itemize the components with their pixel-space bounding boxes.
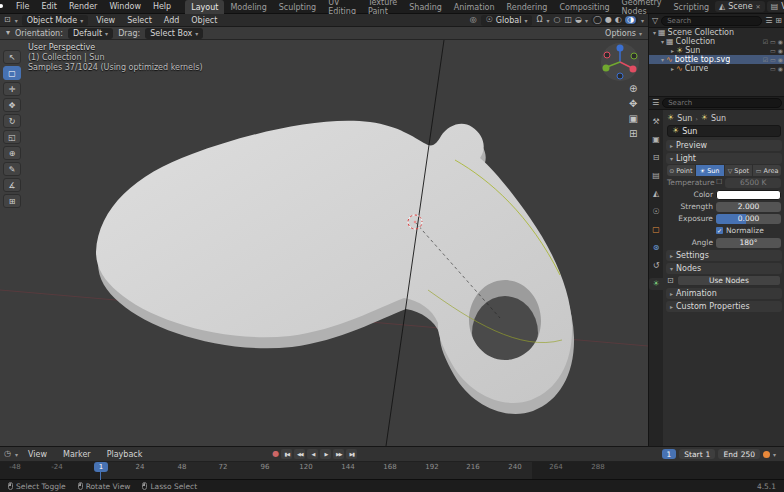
panel-custom-properties[interactable]: ▸ Custom Properties <box>666 301 782 312</box>
scene-selector[interactable]: ◭ Scene ✕ <box>715 1 765 12</box>
workspace-tab-scripting[interactable]: Scripting <box>667 0 715 14</box>
play-button[interactable]: ▶ <box>320 449 331 459</box>
close-icon[interactable]: ✕ <box>756 4 761 10</box>
menu-object[interactable]: Object <box>187 16 221 25</box>
workspace-tab-modeling[interactable]: Modeling <box>224 0 272 14</box>
menu-view[interactable]: View <box>92 16 119 25</box>
tool-rotate-button[interactable]: ↻ <box>3 114 21 128</box>
auto-key-icon[interactable]: ● <box>272 450 279 458</box>
color-swatch[interactable] <box>716 190 781 200</box>
light-type-area[interactable]: ▭ Area <box>753 165 781 176</box>
outliner-row-bottle-top-svg[interactable]: ▾ ∿ bottle top.svg ☑ ▭ ◉ <box>649 55 784 64</box>
rendered-shading-icon[interactable]: ◑ <box>625 16 636 24</box>
editor-type-icon[interactable]: ⊡ <box>4 16 11 24</box>
menu-add[interactable]: Add <box>160 16 184 25</box>
pivot-icon[interactable]: ◎ <box>470 16 477 24</box>
wireframe-shading-icon[interactable]: ◯ <box>593 16 602 24</box>
temperature-checkbox-icon[interactable]: ☐ <box>716 179 722 186</box>
zoom-icon[interactable]: ⊕ <box>629 84 637 94</box>
tool-add-cube-button[interactable]: ⊞ <box>3 194 21 208</box>
panel-preview[interactable]: ▸ Preview <box>666 140 782 151</box>
outliner-row-sun[interactable]: ▸ ☀ Sun ▭ ◉ <box>649 46 784 55</box>
end-frame-field[interactable]: End 250 <box>718 449 760 459</box>
workspace-tab-rendering[interactable]: Rendering <box>501 0 554 14</box>
hide-viewport-icon[interactable]: ▭ <box>770 66 776 72</box>
tool-select-box-button[interactable]: ▢ <box>3 66 21 80</box>
menu-file[interactable]: File <box>10 2 35 11</box>
exclude-checkbox-icon[interactable]: ☑ <box>763 39 768 45</box>
panel-light[interactable]: ▾ Light <box>666 153 782 164</box>
menu-timeline-view[interactable]: View <box>22 450 53 459</box>
proportional-edit-icon[interactable]: ○ <box>554 16 561 24</box>
hide-viewport-icon[interactable]: ▭ <box>770 57 776 63</box>
angle-field[interactable]: 180° <box>716 238 781 248</box>
strength-field[interactable]: 2.000 <box>716 202 781 212</box>
hide-viewport-icon[interactable]: ▭ <box>770 39 776 45</box>
workspace-tab-layout[interactable]: Layout <box>185 0 224 14</box>
panel-animation[interactable]: ▸ Animation <box>666 288 782 299</box>
menu-timeline-playback[interactable]: Playback <box>101 450 149 459</box>
expand-icon[interactable]: ▾ <box>661 57 664 63</box>
exclude-checkbox-icon[interactable]: ☑ <box>763 57 768 63</box>
tab-constraints[interactable]: ⊛ <box>649 242 663 254</box>
outliner-row-curve[interactable]: ▸ ∿ Curve ▭ ◉ <box>649 64 784 73</box>
orientation-default-dropdown[interactable]: Default ▾ <box>68 28 113 39</box>
viewlayer-selector[interactable]: ▤ ViewLayer ✕ <box>767 1 784 12</box>
overlays-icon[interactable]: ◒ <box>575 16 582 24</box>
tab-physics[interactable]: ↺ <box>649 260 663 272</box>
sync-icon[interactable] <box>763 451 770 458</box>
xray-toggle-icon[interactable]: ◫ <box>565 16 573 24</box>
workspace-tab-compositing[interactable]: Compositing <box>553 0 615 14</box>
panel-settings[interactable]: ▸ Settings <box>666 250 782 261</box>
funnel-filter-icon[interactable]: ▽ <box>652 17 658 25</box>
tool-move-button[interactable]: ✥ <box>3 98 21 112</box>
jump-to-start-button[interactable]: ▮◀ <box>281 449 292 459</box>
hide-viewport-icon[interactable]: ▭ <box>770 48 776 54</box>
use-nodes-button[interactable]: Use Nodes <box>677 275 781 286</box>
expand-icon[interactable]: ▸ <box>671 66 674 72</box>
breadcrumb-object[interactable]: Sun <box>677 114 692 123</box>
hide-render-icon[interactable]: ◉ <box>778 57 783 63</box>
menu-window[interactable]: Window <box>103 2 147 11</box>
tab-object-data[interactable]: ☀ <box>649 278 663 290</box>
new-collection-icon[interactable]: ⊞ <box>775 17 782 25</box>
drag-dropdown[interactable]: Select Box ▾ <box>145 28 203 39</box>
menu-timeline-marker[interactable]: Marker <box>57 450 97 459</box>
orientation-dropdown[interactable]: ☉ Global ▾ <box>481 15 533 26</box>
expand-icon[interactable]: ▾ <box>653 30 656 36</box>
mode-dropdown[interactable]: Object Mode ▾ <box>22 15 88 26</box>
workspace-tab-shading[interactable]: Shading <box>403 0 448 14</box>
tab-scene[interactable]: ◭ <box>649 188 663 200</box>
timeline-editor-icon[interactable]: ◷ <box>4 450 11 458</box>
navigation-gizmo[interactable] <box>600 42 640 84</box>
camera-view-icon[interactable]: ▣ <box>629 114 638 124</box>
viewport-3d[interactable]: User Perspective (1) Collection | Sun Sa… <box>0 40 648 446</box>
hide-render-icon[interactable]: ◉ <box>778 39 783 45</box>
start-frame-field[interactable]: Start 1 <box>679 449 715 459</box>
light-type-point[interactable]: ⊙ Point <box>667 165 695 176</box>
normalize-checkbox[interactable]: ✓ <box>716 227 723 234</box>
panel-nodes[interactable]: ▾ Nodes <box>666 263 782 274</box>
outliner-search-input[interactable] <box>661 16 762 26</box>
solid-shading-icon[interactable]: ● <box>605 16 612 24</box>
tool-transform-button[interactable]: ⊕ <box>3 146 21 160</box>
properties-editor-icon[interactable]: ☰ <box>652 99 659 107</box>
breadcrumb-data[interactable]: Sun <box>711 114 726 123</box>
play-reverse-button[interactable]: ◀ <box>307 449 318 459</box>
tab-world[interactable]: ☉ <box>649 206 663 218</box>
menu-help[interactable]: Help <box>147 2 177 11</box>
options-button[interactable]: Options <box>605 29 636 38</box>
properties-search-input[interactable] <box>662 98 782 108</box>
menu-render[interactable]: Render <box>63 2 103 11</box>
tab-view-layer[interactable]: ▤ <box>649 170 663 182</box>
exposure-slider[interactable]: 0.000 <box>716 214 781 224</box>
light-type-sun[interactable]: ☀ Sun <box>696 165 724 176</box>
expand-icon[interactable]: ▸ <box>671 48 674 54</box>
tool-scale-button[interactable]: ◱ <box>3 130 21 144</box>
playhead[interactable]: 1 <box>94 462 108 472</box>
temperature-field[interactable]: 6500 K <box>725 178 781 188</box>
hide-render-icon[interactable]: ◉ <box>778 66 783 72</box>
expand-icon[interactable]: ▾ <box>661 39 664 45</box>
perspective-toggle-icon[interactable]: ⊞ <box>629 129 637 139</box>
tab-object[interactable]: ▢ <box>649 224 663 236</box>
